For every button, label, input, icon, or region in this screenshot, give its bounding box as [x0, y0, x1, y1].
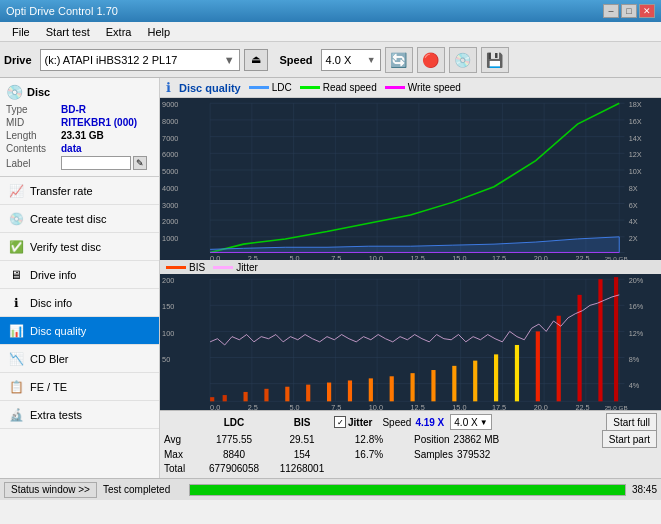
speed-select-value: 4.0 X: [454, 417, 477, 428]
sidebar-item-create-test-disc[interactable]: 💿 Create test disc: [0, 205, 159, 233]
minimize-button[interactable]: –: [603, 4, 619, 18]
position-value: 23862 MB: [454, 434, 500, 445]
refresh-button[interactable]: 🔄: [385, 47, 413, 73]
svg-text:16X: 16X: [629, 117, 642, 126]
svg-text:15.0: 15.0: [452, 254, 466, 260]
start-part-button[interactable]: Start part: [602, 430, 657, 448]
svg-rect-91: [223, 395, 227, 401]
svg-rect-107: [557, 316, 561, 402]
burn-button[interactable]: 🔴: [417, 47, 445, 73]
svg-text:20.0: 20.0: [534, 254, 548, 260]
svg-text:150: 150: [162, 303, 174, 312]
svg-text:8X: 8X: [629, 184, 638, 193]
sidebar-item-disc-quality[interactable]: 📊 Disc quality: [0, 317, 159, 345]
disc-quality-icon: 📊: [8, 323, 24, 339]
svg-rect-90: [210, 397, 214, 401]
total-bis: 11268001: [272, 463, 332, 474]
svg-rect-94: [285, 387, 289, 402]
speed-selector[interactable]: 4.0 X ▼: [321, 49, 381, 71]
svg-rect-109: [598, 280, 602, 402]
svg-text:16%: 16%: [629, 303, 644, 312]
disc-button[interactable]: 💿: [449, 47, 477, 73]
sidebar-item-cd-bler[interactable]: 📉 CD Bler: [0, 345, 159, 373]
svg-text:18X: 18X: [629, 100, 642, 109]
position-label: Position: [414, 434, 450, 445]
mid-value: RITEKBR1 (000): [61, 117, 137, 128]
svg-rect-93: [264, 389, 268, 402]
bis-col-header: BIS: [272, 417, 332, 428]
sidebar-item-verify-test-disc[interactable]: ✅ Verify test disc: [0, 233, 159, 261]
svg-rect-101: [431, 370, 435, 401]
svg-rect-96: [327, 383, 331, 402]
max-jitter: 16.7%: [334, 449, 404, 460]
statusbar: Status window >> Test completed 38:45: [0, 478, 661, 500]
bottom-chart-svg: 200 150 100 50 20% 16% 12% 8% 4% 0.0 2.5…: [160, 274, 661, 410]
menu-help[interactable]: Help: [139, 24, 178, 40]
svg-text:6000: 6000: [162, 150, 178, 159]
svg-text:12.5: 12.5: [411, 254, 425, 260]
samples-value: 379532: [457, 449, 490, 460]
read-speed-legend: Read speed: [300, 82, 377, 93]
mid-label: MID: [6, 117, 61, 128]
stats-area: LDC BIS ✓ Jitter Speed 4.19 X 4.0 X ▼ St…: [160, 410, 661, 478]
svg-text:20.0: 20.0: [534, 403, 548, 410]
svg-rect-105: [515, 345, 519, 401]
window-controls: – □ ✕: [603, 4, 655, 18]
svg-rect-103: [473, 361, 477, 402]
speed-stat-value: 4.19 X: [415, 417, 444, 428]
sidebar-item-disc-info[interactable]: ℹ Disc info: [0, 289, 159, 317]
svg-rect-102: [452, 366, 456, 401]
svg-rect-95: [306, 385, 310, 402]
jitter-checkbox[interactable]: ✓: [334, 416, 346, 428]
svg-text:17.5: 17.5: [492, 403, 506, 410]
sidebar-item-fe-te[interactable]: 📋 FE / TE: [0, 373, 159, 401]
sidebar-item-transfer-rate[interactable]: 📈 Transfer rate: [0, 177, 159, 205]
svg-text:4%: 4%: [629, 381, 640, 390]
svg-text:12X: 12X: [629, 150, 642, 159]
speed-dropdown-icon: ▼: [480, 418, 488, 427]
svg-rect-100: [411, 373, 415, 401]
samples-label: Samples: [414, 449, 453, 460]
drive-selector[interactable]: (k:) ATAPI iHBS312 2 PL17 ▼: [40, 49, 240, 71]
maximize-button[interactable]: □: [621, 4, 637, 18]
svg-text:10X: 10X: [629, 167, 642, 176]
menu-file[interactable]: File: [4, 24, 38, 40]
nav-label-disc-info: Disc info: [30, 297, 72, 309]
sidebar-item-extra-tests[interactable]: 🔬 Extra tests: [0, 401, 159, 429]
contents-value: data: [61, 143, 82, 154]
status-window-button[interactable]: Status window >>: [4, 482, 97, 498]
nav-label-fe-te: FE / TE: [30, 381, 67, 393]
sidebar-item-drive-info[interactable]: 🖥 Drive info: [0, 261, 159, 289]
svg-rect-106: [536, 332, 540, 402]
menu-start-test[interactable]: Start test: [38, 24, 98, 40]
avg-row-label: Avg: [164, 434, 196, 445]
save-button[interactable]: 💾: [481, 47, 509, 73]
start-full-button[interactable]: Start full: [606, 413, 657, 431]
close-button[interactable]: ✕: [639, 4, 655, 18]
svg-text:2X: 2X: [629, 234, 638, 243]
svg-text:7.5: 7.5: [331, 403, 341, 410]
label-edit-button[interactable]: ✎: [133, 156, 147, 170]
label-input[interactable]: [61, 156, 131, 170]
read-speed-legend-label: Read speed: [323, 82, 377, 93]
status-time: 38:45: [632, 484, 657, 495]
total-row-label: Total: [164, 463, 196, 474]
speed-value: 4.0 X: [326, 54, 352, 66]
eject-button[interactable]: ⏏: [244, 49, 268, 71]
bottom-chart: 200 150 100 50 20% 16% 12% 8% 4% 0.0 2.5…: [160, 274, 661, 410]
chart-title: Disc quality: [179, 82, 241, 94]
svg-text:200: 200: [162, 277, 174, 286]
progress-bar: [190, 485, 625, 495]
type-label: Type: [6, 104, 61, 115]
svg-text:7.5: 7.5: [331, 254, 341, 260]
svg-text:12%: 12%: [629, 329, 644, 338]
avg-ldc: 1775.55: [198, 434, 270, 445]
speed-selector-small[interactable]: 4.0 X ▼: [450, 414, 491, 430]
svg-text:0.0: 0.0: [210, 403, 220, 410]
menu-extra[interactable]: Extra: [98, 24, 140, 40]
svg-text:14X: 14X: [629, 134, 642, 143]
speed-label: Speed: [280, 54, 313, 66]
sidebar-nav: 📈 Transfer rate 💿 Create test disc ✅ Ver…: [0, 177, 159, 478]
progress-bar-container: [189, 484, 626, 496]
svg-text:22.5: 22.5: [575, 254, 589, 260]
